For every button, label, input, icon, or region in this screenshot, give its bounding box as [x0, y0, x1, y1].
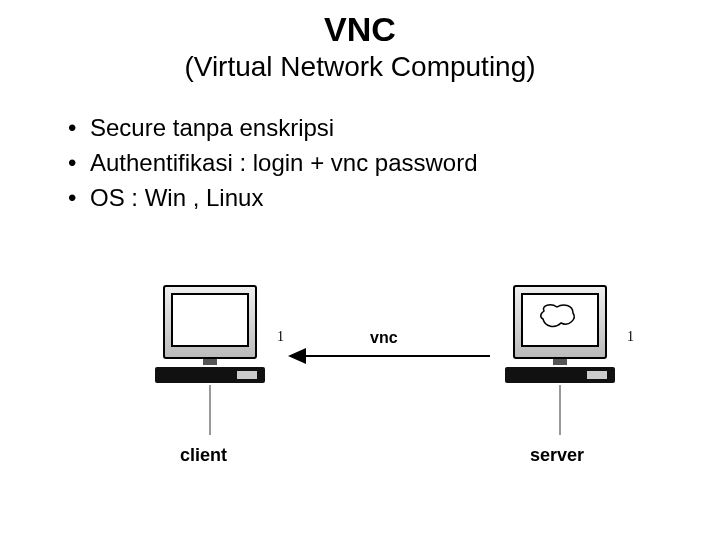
slide-subtitle: (Virtual Network Computing) [0, 51, 720, 83]
side-marker: 1 [277, 329, 284, 345]
cable-icon [559, 385, 561, 435]
screen-icon [521, 293, 599, 347]
client-label: client [180, 445, 227, 466]
diagram: 1 1 vnc client server [0, 285, 720, 485]
server-label: server [530, 445, 584, 466]
arrow-left-icon [290, 355, 490, 357]
slide-title: VNC [0, 0, 720, 49]
screen-icon [171, 293, 249, 347]
bullet-item: Secure tanpa enskripsi [68, 111, 720, 146]
monitor-neck-icon [553, 359, 567, 365]
bullet-list: Secure tanpa enskripsi Authentifikasi : … [28, 111, 720, 215]
bullet-item: Authentifikasi : login + vnc password [68, 146, 720, 181]
monitor-icon [513, 285, 607, 359]
desktop-unit-icon [505, 367, 615, 383]
cable-icon [209, 385, 211, 435]
monitor-neck-icon [203, 359, 217, 365]
server-computer-icon: 1 [500, 285, 620, 435]
bullet-item: OS : Win , Linux [68, 181, 720, 216]
desktop-unit-icon [155, 367, 265, 383]
screen-content-icon [539, 301, 579, 331]
side-marker: 1 [627, 329, 634, 345]
client-computer-icon: 1 [150, 285, 270, 435]
arrow-label: vnc [370, 329, 398, 347]
slide: VNC (Virtual Network Computing) Secure t… [0, 0, 720, 540]
monitor-icon [163, 285, 257, 359]
